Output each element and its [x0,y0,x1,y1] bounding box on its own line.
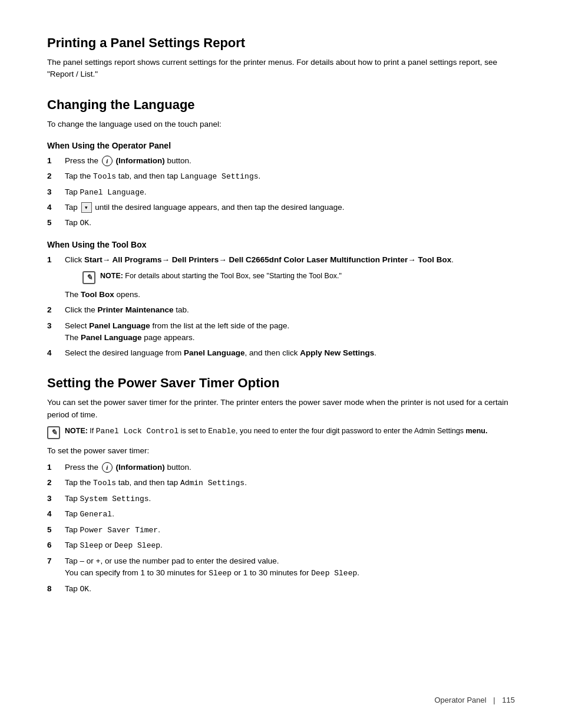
section3-title: Setting the Power Saver Timer Option [47,375,515,391]
printer-maintenance-tab: Printer Maintenance [98,305,174,314]
general: General [80,510,113,519]
tools-tab: Tools [93,172,116,181]
section1-description: The panel settings report shows current … [47,57,515,81]
note-icon-1: ✎ [82,271,95,284]
toolbox-opens: The Tool Box opens. [65,289,515,301]
ok-2: OK [80,585,90,594]
footer-separator: | [493,696,495,704]
ok-1: OK [80,219,90,228]
subsection1-heading: When Using the Operator Panel [47,141,515,150]
apply-new-settings: Apply New Settings [300,348,374,357]
ps-step-7-subtext: You can specify from 1 to 30 minutes for… [65,567,515,579]
step-4-toolbox: Select the desired language from Panel L… [47,347,515,359]
system-settings: System Settings [80,495,149,503]
step-4-operator: Tap ▾ until the desired language appears… [47,202,515,213]
information-label-1: (Information) [116,156,165,165]
ps-step-6: Tap Sleep or Deep Sleep. [47,539,515,552]
toolbox-path: Start→ All Programs→ Dell Printers→ Dell… [84,255,451,264]
footer: Operator Panel | 115 [434,696,515,704]
power-saver-note-text: NOTE: If Panel Lock Control is set to En… [65,426,487,437]
operator-panel-steps: Press the i (Information) button. Tap th… [47,155,515,229]
step-2-toolbox: Click the Printer Maintenance tab. [47,304,515,316]
information-icon-2: i [102,462,113,473]
tools-tab-2: Tools [93,479,116,487]
ps-step-5: Tap Power Saver Timer. [47,524,515,536]
toolbox-note: ✎ NOTE: For details about starting the T… [82,271,515,284]
ps-step-7: Tap – or +, or use the number pad to ent… [47,555,515,579]
toolbox-steps: Click Start→ All Programs→ Dell Printers… [47,254,515,360]
section1-title: Printing a Panel Settings Report [47,35,515,51]
footer-section: Operator Panel [434,696,486,704]
information-icon-1: i [102,156,113,166]
footer-page: 115 [502,696,515,704]
section3-sub-intro: To set the power saver timer: [47,445,515,457]
power-saver-steps: Press the i (Information) button. Tap th… [47,462,515,595]
sleep: Sleep [80,541,103,550]
section3-intro: You can set the power saver timer for th… [47,397,515,421]
deep-sleep: Deep Sleep [114,541,160,550]
ps-step-8: Tap OK. [47,583,515,595]
step-1-operator: Press the i (Information) button. [47,155,515,167]
step-3-operator: Tap Panel Language. [47,186,515,199]
note-text-1: NOTE: For details about starting the Too… [100,271,342,282]
panel-language-select: Panel Language [89,321,150,330]
page-content: Printing a Panel Settings Report The pan… [0,0,562,645]
ps-step-2: Tap the Tools tab, and then tap Admin Se… [47,477,515,489]
note-icon-2: ✎ [47,426,60,439]
power-saver-timer: Power Saver Timer [80,526,158,535]
panel-language: Panel Language [80,188,144,197]
step-3-toolbox: Select Panel Language from the list at t… [47,320,515,344]
step-1-toolbox: Click Start→ All Programs→ Dell Printers… [47,254,515,301]
ps-step-1: Press the i (Information) button. [47,462,515,473]
section2-title: Changing the Language [47,97,515,113]
ps-step-4: Tap General. [47,508,515,521]
admin-settings: Admin Settings [180,479,244,487]
step-2-operator: Tap the Tools tab, and then tap Language… [47,170,515,183]
step-5-operator: Tap OK. [47,217,515,229]
section2-intro: To change the language used on the touch… [47,118,515,130]
panel-language-appears: The Panel Language page appears. [65,332,515,344]
subsection2-heading: When Using the Tool Box [47,240,515,249]
information-label-2: (Information) [116,463,165,472]
dropdown-icon: ▾ [81,202,92,213]
ps-step-3: Tap System Settings. [47,493,515,505]
language-settings: Language Settings [180,172,259,181]
power-saver-note: ✎ NOTE: If Panel Lock Control is set to … [47,426,515,439]
panel-language-from: Panel Language [184,348,245,357]
